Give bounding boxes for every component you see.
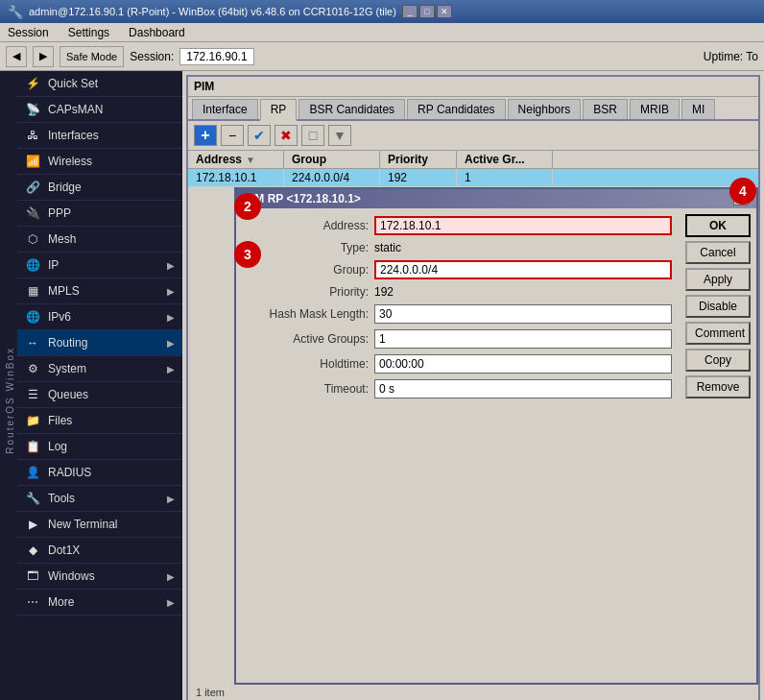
- sidebar-item-tools[interactable]: 🔧 Tools ▶: [17, 486, 182, 512]
- menu-dashboard[interactable]: Dashboard: [125, 26, 189, 39]
- sidebar-item-mpls[interactable]: ▦ MPLS ▶: [17, 278, 182, 304]
- forward-button[interactable]: ▶: [33, 46, 54, 67]
- sidebar-item-mesh[interactable]: ⬡ Mesh: [17, 227, 182, 253]
- session-label: Session:: [130, 50, 174, 63]
- interfaces-icon: 🖧: [25, 128, 40, 143]
- sidebar-item-windows[interactable]: 🗔 Windows ▶: [17, 564, 182, 590]
- timeout-label: Timeout:: [244, 382, 369, 396]
- cell-address: 172.18.10.1: [188, 169, 284, 186]
- ip-arrow: ▶: [167, 260, 175, 271]
- sidebar-label-wireless: Wireless: [48, 155, 92, 168]
- sidebar-item-dot1x[interactable]: ◆ Dot1X: [17, 538, 182, 564]
- sidebar-label-files: Files: [48, 414, 72, 427]
- tab-rp-candidates[interactable]: RP Candidates: [407, 99, 506, 119]
- tab-rp[interactable]: RP: [260, 99, 298, 121]
- sidebar-item-ppp[interactable]: 🔌 PPP: [17, 201, 182, 227]
- copy-button[interactable]: Copy: [685, 349, 751, 372]
- maximize-btn[interactable]: □: [419, 5, 435, 18]
- apply-button[interactable]: Apply: [685, 268, 751, 291]
- type-value: static: [374, 241, 672, 254]
- app-icon: 🔧: [8, 5, 23, 19]
- add-button[interactable]: +: [194, 125, 217, 146]
- hash-mask-input[interactable]: [374, 304, 672, 324]
- table-row[interactable]: 172.18.10.1 224.0.0.0/4 192 1: [188, 169, 758, 187]
- cell-group: 224.0.0.0/4: [284, 169, 380, 186]
- sidebar-label-tools: Tools: [48, 492, 75, 505]
- sidebar-item-bridge[interactable]: 🔗 Bridge: [17, 175, 182, 201]
- cross-button[interactable]: ✖: [275, 125, 298, 146]
- title-bar: 🔧 admin@172.16.90.1 (R-Point) - WinBox (…: [0, 0, 764, 23]
- sidebar-item-capsman[interactable]: 📡 CAPsMAN: [17, 97, 182, 123]
- tab-interface[interactable]: Interface: [192, 99, 258, 119]
- windows-icon: 🗔: [25, 568, 40, 584]
- sidebar-item-ip[interactable]: 🌐 IP ▶: [17, 253, 182, 278]
- form-row-priority: Priority: 192: [244, 285, 672, 299]
- remove-button[interactable]: Remove: [685, 375, 751, 398]
- badge-2: 2: [234, 193, 261, 220]
- sidebar-item-radius[interactable]: 👤 RADIUS: [17, 460, 182, 486]
- sidebar-item-new-terminal[interactable]: ▶ New Terminal: [17, 512, 182, 538]
- form-row-timeout: Timeout:: [244, 379, 672, 398]
- back-button[interactable]: ◀: [6, 46, 27, 67]
- cancel-button[interactable]: Cancel: [685, 241, 751, 264]
- group-input[interactable]: [374, 260, 672, 279]
- routing-arrow: ▶: [167, 338, 175, 349]
- system-arrow: ▶: [167, 364, 175, 374]
- tab-bsr-candidates[interactable]: BSR Candidates: [298, 99, 405, 119]
- edit-button[interactable]: □: [301, 125, 324, 146]
- badge-3: 3: [234, 241, 261, 268]
- radius-icon: 👤: [25, 465, 40, 480]
- sidebar-item-routing[interactable]: ↔ Routing ▶: [17, 330, 182, 356]
- table-header: Address ▼ Group Priority Active Gr...: [188, 151, 758, 169]
- filter-button[interactable]: ▼: [328, 125, 351, 146]
- header-priority[interactable]: Priority: [380, 151, 457, 168]
- tab-bsr[interactable]: BSR: [583, 99, 628, 119]
- check-button[interactable]: ✔: [248, 125, 271, 146]
- session-value: 172.16.90.1: [179, 48, 253, 65]
- ipv6-arrow: ▶: [167, 312, 175, 323]
- header-active-gr[interactable]: Active Gr...: [457, 151, 553, 168]
- minimize-btn[interactable]: _: [402, 5, 418, 18]
- uptime-label: Uptime: To: [704, 50, 758, 63]
- remove-button[interactable]: −: [221, 125, 244, 146]
- sidebar-item-ipv6[interactable]: 🌐 IPv6 ▶: [17, 304, 182, 330]
- sidebar-item-quick-set[interactable]: ⚡ Quick Set: [17, 71, 182, 97]
- disable-button[interactable]: Disable: [685, 295, 751, 318]
- sidebar-item-queues[interactable]: ☰ Queues: [17, 382, 182, 408]
- active-groups-input[interactable]: [374, 329, 672, 349]
- sidebar-item-wireless[interactable]: 📶 Wireless: [17, 149, 182, 175]
- group-label: Group:: [244, 263, 369, 277]
- main-toolbar: ◀ ▶ Safe Mode Session: 172.16.90.1 Uptim…: [0, 42, 764, 71]
- tab-mrib[interactable]: MRIB: [630, 99, 680, 119]
- sidebar-label-mpls: MPLS: [48, 284, 80, 298]
- tools-arrow: ▶: [167, 494, 175, 504]
- sidebar-item-files[interactable]: 📁 Files: [17, 408, 182, 434]
- sidebar-item-more[interactable]: ⋯ More ▶: [17, 590, 182, 616]
- sidebar-label-windows: Windows: [48, 569, 95, 583]
- form-row-active-groups: Active Groups:: [244, 329, 672, 349]
- comment-button[interactable]: Comment: [685, 322, 751, 345]
- timeout-input[interactable]: [374, 379, 672, 398]
- menu-settings[interactable]: Settings: [64, 26, 113, 39]
- close-btn[interactable]: ✕: [437, 5, 452, 18]
- capsman-icon: 📡: [25, 102, 40, 117]
- header-group[interactable]: Group: [284, 151, 380, 168]
- menu-session[interactable]: Session: [4, 26, 53, 39]
- priority-label: Priority:: [244, 285, 369, 299]
- queues-icon: ☰: [25, 387, 40, 402]
- holdtime-input[interactable]: [374, 354, 672, 374]
- cell-active-gr: 1: [457, 169, 553, 186]
- sidebar-item-log[interactable]: 📋 Log: [17, 434, 182, 460]
- sidebar-label-ipv6: IPv6: [48, 310, 71, 324]
- pim-window: PIM Interface RP BSR Candidates RP Candi…: [186, 75, 760, 700]
- address-input[interactable]: [374, 216, 672, 235]
- tab-mi[interactable]: MI: [681, 99, 715, 119]
- safe-mode-btn[interactable]: Safe Mode: [60, 46, 124, 67]
- holdtime-label: Holdtime:: [244, 357, 369, 371]
- sidebar-item-interfaces[interactable]: 🖧 Interfaces: [17, 123, 182, 149]
- tab-neighbors[interactable]: Neighbors: [508, 99, 582, 119]
- header-address[interactable]: Address ▼: [188, 151, 284, 168]
- ok-button[interactable]: OK: [685, 214, 751, 237]
- windows-arrow: ▶: [167, 571, 175, 582]
- sidebar-item-system[interactable]: ⚙ System ▶: [17, 356, 182, 382]
